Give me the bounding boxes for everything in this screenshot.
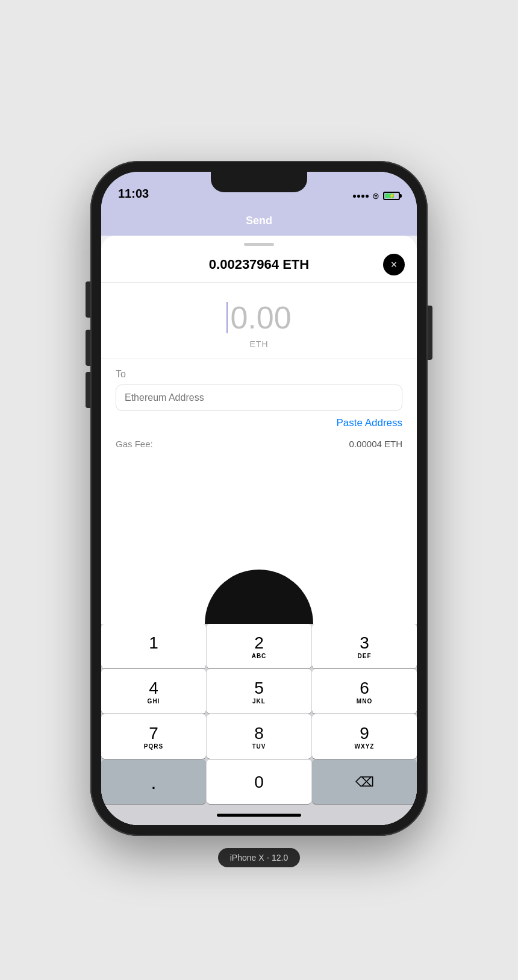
gas-fee-row: Gas Fee: 0.00004 ETH [101,432,417,456]
amount-header: 0.00237964 ETH × [101,246,417,283]
balance-title: 0.00237964 ETH [209,257,309,272]
gas-fee-value: 0.00004 ETH [349,439,402,449]
paste-address-button[interactable]: Paste Address [336,417,402,429]
paste-row: Paste Address [116,411,402,432]
key-backspace[interactable]: ⌫ [312,759,417,804]
wifi-icon: ⊜ [372,191,379,201]
amount-currency: ETH [250,339,269,349]
key-2[interactable]: 2 ABC [207,624,311,668]
home-indicator [101,805,417,825]
status-time: 11:03 [118,187,149,201]
nav-bar: Send [101,206,417,236]
notch [211,172,307,192]
arc-spacer [101,456,417,624]
key-dot[interactable]: . [101,759,206,804]
key-8[interactable]: 8 TUV [207,714,311,759]
key-1[interactable]: 1 [101,624,206,668]
close-icon: × [391,259,398,270]
keyboard: 1 2 ABC 3 DEF [101,624,417,805]
address-input[interactable] [116,385,402,411]
amount-value: 0.00 [230,300,291,336]
nav-title: Send [246,215,272,227]
key-row-3: 7 PQRS 8 TUV 9 WXYZ [101,714,417,759]
key-7[interactable]: 7 PQRS [101,714,206,759]
key-row-2: 4 GHI 5 JKL 6 MNO [101,669,417,714]
key-5[interactable]: 5 JKL [207,669,311,714]
to-section: To Paste Address [101,359,417,432]
bottom-sheet: 0.00237964 ETH × 0.00 ETH To [101,236,417,825]
key-9[interactable]: 9 WXYZ [312,714,417,759]
amount-value-row: 0.00 [226,300,291,336]
key-0[interactable]: 0 [207,759,311,804]
key-row-bottom: . 0 ⌫ [101,759,417,804]
status-icons: ⊜ ⚡ [353,191,400,201]
cursor-line [226,302,228,333]
backspace-icon: ⌫ [355,774,374,790]
key-6[interactable]: 6 MNO [312,669,417,714]
signal-dots-icon [353,195,369,198]
battery-icon: ⚡ [383,192,400,200]
phone-screen: 11:03 ⊜ ⚡ Send [101,172,417,825]
device-label: iPhone X - 12.0 [218,848,301,867]
to-label: To [116,369,402,380]
dark-arc [205,570,313,624]
key-4[interactable]: 4 GHI [101,669,206,714]
key-row-1: 1 2 ABC 3 DEF [101,624,417,668]
phone-frame: 11:03 ⊜ ⚡ Send [90,161,428,836]
gas-fee-label: Gas Fee: [116,439,153,449]
amount-display: 0.00 ETH [101,283,417,359]
phone-wrapper: 11:03 ⊜ ⚡ Send [90,161,428,836]
close-button[interactable]: × [383,254,405,275]
home-bar [217,814,301,817]
key-3[interactable]: 3 DEF [312,624,417,668]
